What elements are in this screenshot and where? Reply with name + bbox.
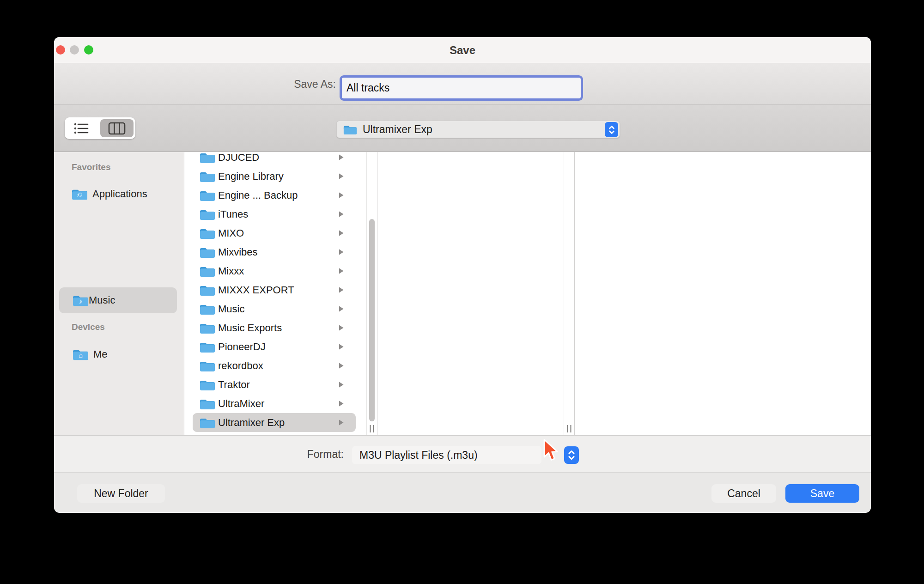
file-browser: Favorites ⎌ Applications	[54, 152, 871, 435]
save-as-row: Save As:	[54, 63, 871, 105]
browser-column-3	[575, 152, 871, 435]
save-as-input[interactable]	[342, 78, 581, 98]
folder-row[interactable]: Mixxx	[184, 262, 366, 280]
folder-name: Ultramixer Exp	[218, 417, 285, 429]
new-folder-button[interactable]: New Folder	[77, 484, 165, 503]
folder-row[interactable]: MIXXX EXPORT	[184, 280, 366, 299]
folder-row[interactable]: Engine Library	[184, 167, 366, 186]
disclosure-triangle-icon	[338, 286, 344, 293]
disclosure-triangle-icon	[338, 249, 344, 256]
folder-icon	[200, 189, 215, 201]
sidebar-item-me[interactable]: ⌂ Me	[73, 345, 108, 364]
disclosure-triangle-icon	[338, 400, 344, 407]
screen-background: Save Save As:	[0, 0, 924, 584]
column-resize-handle[interactable]	[370, 425, 374, 432]
folder-icon	[200, 303, 215, 315]
dialog-title: Save	[54, 37, 871, 63]
folder-row[interactable]: Music Exports	[184, 318, 366, 337]
disclosure-triangle-icon	[338, 381, 344, 388]
toolbar: Ultramixer Exp	[54, 105, 871, 152]
folder-row[interactable]: MIXO	[184, 224, 366, 243]
folder-row[interactable]: rekordbox	[184, 356, 366, 375]
disclosure-triangle-icon	[338, 362, 344, 369]
folder-name: Music Exports	[218, 322, 282, 334]
column-resize-handle[interactable]	[567, 425, 571, 432]
save-as-focus-ring	[340, 75, 583, 101]
disclosure-triangle-icon	[338, 324, 344, 331]
sidebar-item-music[interactable]: ♪ Music	[59, 287, 177, 313]
folder-name: Engine Library	[218, 170, 284, 182]
disclosure-triangle-icon	[338, 419, 344, 426]
location-dropdown[interactable]: Ultramixer Exp	[336, 121, 620, 138]
folder-icon	[200, 360, 215, 372]
folder-name: Engine ... Backup	[218, 189, 298, 201]
disclosure-triangle-icon	[338, 192, 344, 199]
location-stepper-icon[interactable]	[605, 122, 618, 137]
sidebar-item-label: Me	[93, 348, 108, 360]
location-value: Ultramixer Exp	[363, 123, 432, 136]
format-label: Format:	[54, 436, 344, 473]
sidebar-item-label: Music	[89, 294, 115, 306]
folder-icon	[200, 265, 215, 277]
folder-row[interactable]: Music	[184, 299, 366, 318]
disclosure-triangle-icon	[338, 343, 344, 350]
save-button[interactable]: Save	[785, 484, 859, 503]
folder-row[interactable]: iTunes	[184, 205, 366, 224]
home-folder-icon: ⌂	[73, 348, 89, 361]
folder-icon	[200, 170, 215, 182]
folder-row[interactable]: Traktor	[184, 375, 366, 394]
save-as-label: Save As:	[54, 63, 336, 105]
disclosure-triangle-icon	[338, 173, 344, 180]
save-dialog-window: Save Save As:	[54, 37, 871, 513]
folder-name: Mixvibes	[218, 246, 258, 258]
cancel-button[interactable]: Cancel	[711, 484, 776, 503]
sidebar-item-label: Applications	[92, 188, 147, 200]
folder-icon	[200, 322, 215, 334]
disclosure-triangle-icon	[338, 268, 344, 274]
favorites-heading: Favorites	[72, 162, 110, 172]
column-view-icon	[108, 122, 126, 135]
folder-icon	[200, 246, 215, 258]
format-stepper-icon[interactable]	[564, 446, 579, 464]
disclosure-triangle-icon	[338, 154, 344, 161]
column-1-scrollbar[interactable]	[366, 152, 377, 435]
folder-row[interactable]: Ultramixer Exp	[193, 413, 356, 432]
folder-row[interactable]: DJUCED	[184, 148, 366, 167]
disclosure-triangle-icon	[338, 305, 344, 312]
format-row: Format: M3U Playlist Files (.m3u)	[54, 435, 871, 472]
folder-name: rekordbox	[218, 360, 263, 372]
format-dropdown[interactable]: M3U Playlist Files (.m3u)	[352, 446, 541, 464]
column-2-scrollbar[interactable]	[564, 152, 575, 435]
folder-name: Music	[218, 303, 244, 315]
music-folder-icon: ♪	[73, 294, 89, 307]
dialog-buttons-row: New Folder Cancel Save	[54, 472, 871, 512]
folder-icon	[343, 124, 357, 135]
sidebar-item-applications[interactable]: ⎌ Applications	[72, 185, 147, 203]
folder-row[interactable]: UltraMixer	[184, 394, 366, 413]
disclosure-triangle-icon	[338, 230, 344, 237]
title-bar: Save	[54, 37, 871, 63]
folder-list: DJUCEDEngine LibraryEngine ... BackupiTu…	[184, 148, 366, 432]
folder-row[interactable]: PioneerDJ	[184, 337, 366, 356]
browser-column-1: DJUCEDEngine LibraryEngine ... BackupiTu…	[184, 152, 377, 435]
folder-icon	[200, 152, 215, 164]
folder-name: DJUCED	[218, 152, 259, 164]
folder-icon	[200, 227, 215, 239]
folder-name: MIXO	[218, 227, 244, 239]
format-value: M3U Playlist Files (.m3u)	[359, 449, 478, 462]
folder-row[interactable]: Mixvibes	[184, 243, 366, 262]
folder-icon	[200, 341, 215, 353]
browser-column-2	[377, 152, 575, 435]
folder-row[interactable]: Engine ... Backup	[184, 186, 366, 205]
devices-heading: Devices	[72, 322, 105, 332]
list-view-button[interactable]	[65, 117, 98, 139]
mouse-cursor-icon	[542, 439, 561, 465]
folder-icon	[200, 208, 215, 220]
column-view-button[interactable]	[100, 119, 134, 137]
folder-icon	[200, 417, 215, 429]
folder-icon	[200, 284, 215, 296]
folder-name: UltraMixer	[218, 398, 264, 410]
scrollbar-thumb[interactable]	[369, 219, 375, 421]
folder-name: Traktor	[218, 379, 250, 391]
folder-name: MIXXX EXPORT	[218, 284, 294, 296]
